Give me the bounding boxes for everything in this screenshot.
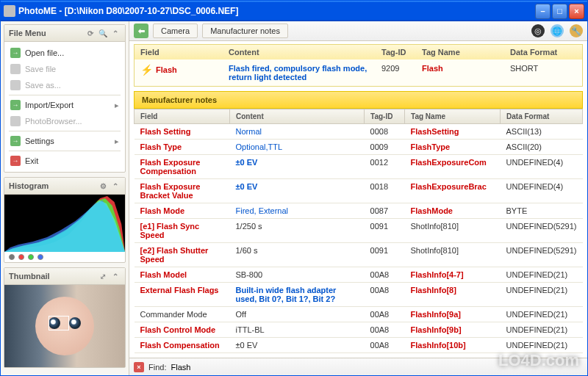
collapse-icon[interactable]: ⌃: [110, 28, 121, 38]
menu-item-save-as: Save as...: [4, 77, 125, 93]
col-field-header: Field: [140, 48, 229, 57]
lightning-icon: ⚡: [140, 64, 153, 76]
menu-item-label: Save as...: [25, 81, 61, 90]
thumbnail-title: Thumbnail: [9, 272, 96, 281]
cell-tagid: 0091: [365, 219, 405, 243]
table-row[interactable]: Commander ModeOff00A8FlashInfo[9a]UNDEFI…: [135, 307, 583, 322]
table-row[interactable]: Flash Compensation±0 EV00A8FlashInfo[10b…: [135, 338, 583, 353]
table-row[interactable]: Flash Control ModeiTTL-BL00A8FlashInfo[9…: [135, 322, 583, 338]
cell-tagname: FlashType: [405, 140, 501, 155]
cell-format: BYTE: [501, 203, 583, 219]
thumbnail-image[interactable]: [4, 285, 125, 367]
cell-field: Flash Control Mode: [135, 322, 230, 338]
menu-item-open-file[interactable]: →Open file...: [4, 45, 125, 61]
table-row[interactable]: Flash TypeOptional,TTL0009FlashTypeASCII…: [135, 140, 583, 155]
wrench-icon[interactable]: 🔧: [570, 24, 583, 37]
hist-dot-gray[interactable]: [9, 254, 15, 260]
maximize-button[interactable]: □: [552, 4, 567, 19]
flash-summary-row[interactable]: ⚡Flash Flash fired, compulsory flash mod…: [135, 59, 582, 86]
section-manufacturer-notes: Manufacturer notes: [134, 91, 583, 109]
histogram-legend: [4, 252, 125, 262]
flash-summary-box: Field Content Tag-ID Tag Name Data Forma…: [134, 44, 583, 87]
search-icon[interactable]: 🔍: [98, 28, 108, 38]
table-header-row: Field Content Tag-ID Tag Name Data Forma…: [135, 109, 583, 124]
cell-format: ASCII(20): [501, 140, 583, 155]
find-close-button[interactable]: ×: [134, 362, 144, 372]
cell-content: iTTL-BL: [230, 322, 365, 338]
table-row[interactable]: External Flash FlagsBuilt-in wide flash …: [135, 283, 583, 307]
cell-content: Off: [230, 307, 365, 322]
cell-tagname: FlashSetting: [405, 124, 501, 140]
table-row[interactable]: Flash SettingNormal0008FlashSettingASCII…: [135, 124, 583, 140]
flash-tagname: Flash: [422, 64, 510, 73]
cell-field: Flash Model: [135, 267, 230, 283]
th-tagid[interactable]: Tag-ID: [365, 109, 405, 124]
hist-dot-blue[interactable]: [37, 254, 43, 260]
th-field[interactable]: Field: [135, 109, 230, 124]
cell-tagid: 00A8: [365, 338, 405, 353]
cell-tagname: FlashInfo[8]: [405, 283, 501, 307]
cell-field: [e1] Flash Sync Speed: [135, 219, 230, 243]
cell-tagid: 00A8: [365, 307, 405, 322]
menu-item-exit[interactable]: →Exit: [4, 153, 125, 169]
minimize-button[interactable]: –: [535, 4, 551, 19]
histogram-chart: [4, 195, 125, 252]
menu-item-settings[interactable]: →Settings▸: [4, 133, 125, 149]
menu-item-save-file: Save file: [4, 61, 125, 77]
content-area: Field Content Tag-ID Tag Name Data Forma…: [129, 41, 587, 358]
close-button[interactable]: ×: [569, 4, 584, 19]
globe-icon[interactable]: 🌐: [551, 24, 564, 37]
cell-field: Flash Exposure Bracket Value: [135, 179, 230, 203]
menu-icon: →: [10, 136, 21, 146]
cell-field: Commander Mode: [135, 307, 230, 322]
cell-tagname: FlashInfo[10b]: [405, 338, 501, 353]
submenu-arrow-icon: ▸: [115, 101, 119, 110]
histogram-title: Histogram: [9, 181, 96, 190]
flash-tagid: 9209: [381, 64, 422, 73]
flash-field: Flash: [156, 65, 177, 74]
titlebar: PhotoME - [D:\Nikon D80\2007-10-27\DSC_0…: [1, 1, 587, 21]
menu-item-label: Settings: [25, 137, 54, 145]
app-window: PhotoME - [D:\Nikon D80\2007-10-27\DSC_0…: [0, 0, 588, 376]
tab-manufacturer-notes[interactable]: Manufacturer notes: [202, 24, 288, 38]
cell-format: UNDEFINED(5291): [501, 243, 583, 267]
find-input[interactable]: [171, 363, 583, 372]
th-format[interactable]: Data Format: [501, 109, 583, 124]
table-row[interactable]: Flash ModelSB-80000A8FlashInfo[4-7]UNDEF…: [135, 267, 583, 283]
expand-icon[interactable]: ⤢: [98, 271, 108, 281]
hist-dot-red[interactable]: [18, 254, 24, 260]
cell-tagname: FlashExposureCom: [405, 155, 501, 179]
target-icon[interactable]: ◎: [531, 24, 545, 37]
find-bar: × Find:: [129, 358, 587, 375]
refresh-icon[interactable]: ⟳: [85, 28, 96, 38]
hist-dot-green[interactable]: [28, 254, 34, 260]
cell-tagid: 0087: [365, 203, 405, 219]
cell-tagid: 00A8: [365, 267, 405, 283]
gear-icon[interactable]: ⚙: [98, 181, 108, 191]
cell-field: [e2] Flash Shutter Speed: [135, 243, 230, 267]
menu-item-label: Open file...: [25, 48, 64, 57]
flash-format: SHORT: [510, 64, 576, 73]
back-button[interactable]: ⬅: [134, 24, 148, 38]
th-tagname[interactable]: Tag Name: [405, 109, 501, 124]
cell-tagid: 0009: [365, 140, 405, 155]
metadata-table: Field Content Tag-ID Tag Name Data Forma…: [134, 109, 583, 358]
tab-camera[interactable]: Camera: [153, 24, 198, 38]
table-row[interactable]: Flash ModeFired, External0087FlashModeBY…: [135, 203, 583, 219]
cell-tagname: FlashInfo[4-7]: [405, 267, 501, 283]
table-row[interactable]: [e2] Flash Shutter Speed1/60 s0091ShotIn…: [135, 243, 583, 267]
cell-field: Flash Type: [135, 140, 230, 155]
cell-format: UNDEFINED(4): [501, 155, 583, 179]
col-tagname-header: Tag Name: [422, 48, 510, 57]
table-row[interactable]: Flash Exposure Compensation±0 EV0012Flas…: [135, 155, 583, 179]
table-row[interactable]: Flash Exposure Bracket Value±0 EV0018Fla…: [135, 179, 583, 203]
collapse-icon[interactable]: ⌃: [110, 181, 121, 191]
menu-item-import-export[interactable]: →Import/Export▸: [4, 97, 125, 113]
cell-format: UNDEFINED(5291): [501, 219, 583, 243]
table-row[interactable]: [e1] Flash Sync Speed1/250 s0091ShotInfo…: [135, 219, 583, 243]
submenu-arrow-icon: ▸: [115, 137, 119, 146]
cell-format: UNDEFINED(21): [501, 283, 583, 307]
collapse-icon[interactable]: ⌃: [110, 271, 121, 281]
th-content[interactable]: Content: [230, 109, 365, 124]
file-menu-header: File Menu ⟳ 🔍 ⌃: [4, 25, 125, 42]
